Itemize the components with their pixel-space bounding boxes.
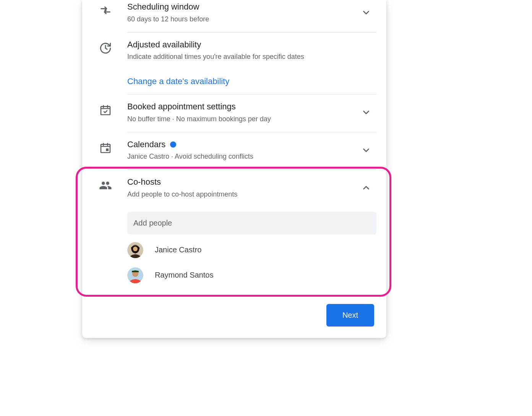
clock-refresh-icon: [99, 42, 112, 55]
panel-footer: Next: [82, 292, 386, 338]
svg-point-5: [133, 247, 138, 251]
section-calendars[interactable]: Calendars Janice Castro · Avoid scheduli…: [82, 139, 386, 170]
chevron-down-icon[interactable]: [360, 145, 372, 156]
change-date-availability-link[interactable]: Change a date's availability: [127, 76, 376, 86]
section-title-text: Calendars: [127, 139, 165, 150]
cohost-person-row[interactable]: Raymond Santos: [127, 266, 376, 285]
settings-panel: Scheduling window 60 days to 12 hours be…: [82, 0, 386, 338]
calendar-day-icon: [99, 141, 112, 154]
section-title: Adjusted availability: [127, 39, 376, 50]
section-cohosts[interactable]: Co-hosts Add people to co-host appointme…: [82, 177, 386, 292]
section-subtitle: Add people to co-host appointments: [127, 189, 376, 200]
section-subtitle: Indicate additional times you're availab…: [127, 52, 376, 62]
svg-rect-2: [106, 148, 109, 151]
next-button[interactable]: Next: [326, 304, 374, 327]
add-people-input[interactable]: [127, 212, 376, 234]
svg-rect-8: [132, 271, 139, 272]
svg-rect-1: [101, 144, 110, 152]
status-dot-icon: [170, 141, 176, 148]
chevron-down-icon[interactable]: [360, 7, 372, 18]
section-adjusted-availability: Adjusted availability Indicate additiona…: [82, 39, 386, 95]
chevron-down-icon[interactable]: [360, 107, 372, 118]
section-title: Booked appointment settings: [127, 101, 376, 112]
people-icon: [99, 179, 112, 192]
cohost-person-row[interactable]: Janice Castro: [127, 240, 376, 260]
chevron-up-icon[interactable]: [360, 182, 372, 193]
avatar: [127, 242, 143, 258]
person-name: Raymond Santos: [155, 271, 213, 280]
person-name: Janice Castro: [155, 245, 201, 254]
section-subtitle: Janice Castro · Avoid scheduling conflic…: [127, 151, 376, 162]
section-title: Scheduling window: [127, 2, 376, 13]
section-title: Calendars: [127, 139, 376, 150]
section-subtitle: 60 days to 12 hours before: [127, 14, 376, 24]
svg-rect-0: [101, 107, 110, 115]
section-subtitle: No buffer time · No maximum bookings per…: [127, 114, 376, 124]
section-scheduling-window[interactable]: Scheduling window 60 days to 12 hours be…: [82, 2, 386, 32]
swap-arrows-icon: [99, 4, 112, 17]
section-title: Co-hosts: [127, 177, 376, 188]
avatar: [127, 267, 143, 283]
calendar-check-icon: [99, 104, 112, 117]
section-booked-settings[interactable]: Booked appointment settings No buffer ti…: [82, 101, 386, 132]
